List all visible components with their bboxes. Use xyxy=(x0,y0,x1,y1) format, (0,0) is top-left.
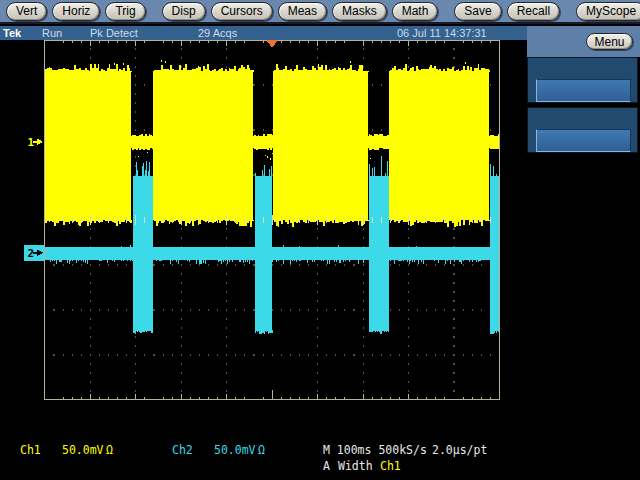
toolbar-button-vert[interactable]: Vert xyxy=(6,2,47,21)
toolbar-button-math[interactable]: Math xyxy=(392,2,439,21)
datetime-label: 06 Jul 11 14:37:31 xyxy=(397,27,487,39)
toolbar-button-horiz[interactable]: Horiz xyxy=(52,2,100,21)
acquisition-mode: Pk Detect xyxy=(90,27,138,39)
side-menu-panel-1 xyxy=(527,57,638,103)
toolbar-button-myscope[interactable]: MyScope xyxy=(576,2,640,21)
side-menu-button-2[interactable] xyxy=(536,129,631,152)
ch2-readout-coupling: Ω xyxy=(258,443,265,457)
toolbar-button-meas[interactable]: Meas xyxy=(278,2,327,21)
toolbar-button-save[interactable]: Save xyxy=(454,2,501,21)
ch1-readout-label: Ch1 xyxy=(20,443,41,457)
toolbar-button-trig[interactable]: Trig xyxy=(105,2,145,21)
status-bar: Tek Run Pk Detect 29 Acqs 06 Jul 11 14:3… xyxy=(0,26,527,40)
ch1-readout-scale: 50.0mV xyxy=(62,443,104,457)
trigger-system-label: A xyxy=(323,459,330,473)
ch2-readout-scale: 50.0mV xyxy=(214,443,256,457)
toolbar-button-recall[interactable]: Recall xyxy=(507,2,560,21)
trigger-type-label: Width xyxy=(338,459,373,473)
toolbar-button-masks[interactable]: Masks xyxy=(332,2,387,21)
toolbar-button-cursors[interactable]: Cursors xyxy=(211,2,273,21)
toolbar: VertHorizTrigDispCursorsMeasMasksMathSav… xyxy=(0,0,640,24)
ch2-readout-label: Ch2 xyxy=(172,443,193,457)
acquisition-count: 29 Acqs xyxy=(198,27,237,39)
side-menu-button-1[interactable] xyxy=(536,79,631,102)
resolution-readout: 2.0µs/pt xyxy=(432,443,487,457)
ch1-readout-coupling: Ω xyxy=(106,443,113,457)
oscilloscope-screen: VertHorizTrigDispCursorsMeasMasksMathSav… xyxy=(0,0,640,480)
ch2-position-marker[interactable]: 2 xyxy=(24,245,44,261)
acquisition-state: Run xyxy=(42,27,62,39)
menu-button[interactable]: Menu xyxy=(586,33,633,50)
waveform-display: 12 xyxy=(0,40,527,440)
toolbar-button-disp[interactable]: Disp xyxy=(162,2,206,21)
trigger-source-label: Ch1 xyxy=(380,459,401,473)
side-menu-panel-2 xyxy=(527,107,638,153)
timebase-readout: M 100ms 500kS/s xyxy=(323,443,427,457)
brand-label: Tek xyxy=(3,27,21,39)
